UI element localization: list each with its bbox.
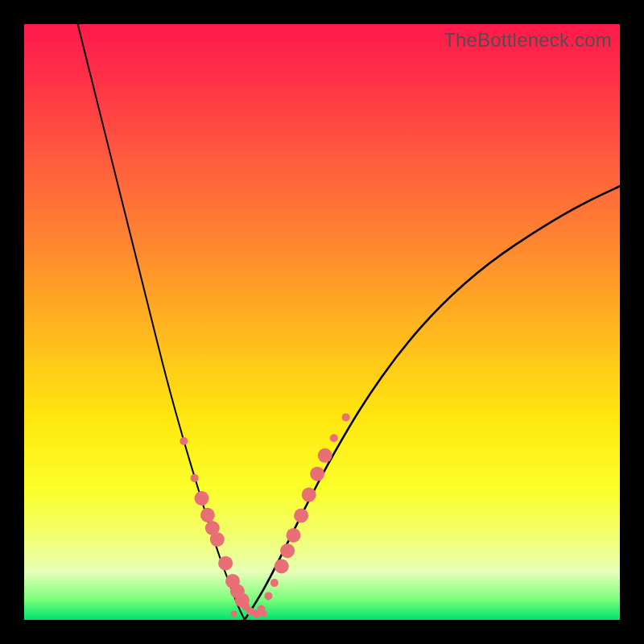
data-marker bbox=[280, 543, 295, 558]
right-curve bbox=[245, 186, 620, 620]
data-marker bbox=[310, 467, 324, 481]
data-marker bbox=[330, 434, 338, 442]
data-marker bbox=[302, 488, 316, 502]
data-marker bbox=[287, 528, 301, 543]
data-marker bbox=[191, 474, 199, 482]
data-marker bbox=[180, 437, 188, 445]
data-marker bbox=[270, 579, 279, 587]
data-marker bbox=[342, 413, 350, 421]
data-marker bbox=[200, 508, 215, 522]
data-marker bbox=[261, 611, 267, 617]
chart-frame: TheBottleneck.com bbox=[0, 0, 644, 644]
data-marker bbox=[294, 509, 308, 523]
plot-area: TheBottleneck.com bbox=[24, 24, 620, 620]
data-marker bbox=[218, 556, 233, 571]
left-curve bbox=[78, 24, 245, 620]
data-marker bbox=[264, 592, 272, 600]
data-marker bbox=[275, 559, 289, 573]
data-marker bbox=[210, 532, 225, 547]
data-marker bbox=[195, 491, 209, 506]
data-marker bbox=[231, 611, 237, 617]
data-marker bbox=[318, 448, 332, 463]
chart-svg bbox=[24, 24, 620, 620]
